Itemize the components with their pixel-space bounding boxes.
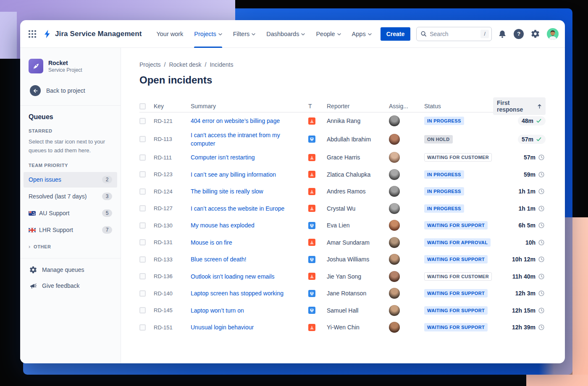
assignee-avatar[interactable] [389, 220, 400, 231]
row-summary-link[interactable]: 404 error on website’s billing page [191, 117, 286, 125]
assignee-avatar[interactable] [389, 305, 400, 316]
give-feedback-button[interactable]: Give feedback [29, 282, 112, 290]
row-key: RD-140 [154, 290, 191, 297]
assignee-avatar[interactable] [389, 254, 400, 265]
response-time: 10h 12m [512, 256, 536, 263]
response-time: 10h [525, 239, 536, 246]
assignee-avatar[interactable] [389, 203, 400, 214]
sidebar-item-resolved-last-7-days[interactable]: Resolved (last 7 days) 3 [24, 189, 117, 204]
notifications-bell-icon[interactable] [498, 30, 507, 38]
assignee-avatar[interactable] [389, 169, 400, 180]
sidebar-item-other[interactable]: › OTHER [29, 244, 112, 250]
clock-icon [538, 188, 545, 195]
row-summary-link[interactable]: I can’t access the website in Europe [191, 204, 290, 213]
create-button[interactable]: Create [381, 27, 411, 41]
column-header-summary[interactable]: Summary [191, 103, 308, 110]
column-header-reporter[interactable]: Reporter [327, 103, 389, 110]
row-summary-link[interactable]: I can't access the intranet from my comp… [191, 131, 308, 148]
assignee-avatar[interactable] [389, 322, 400, 333]
select-all-checkbox[interactable] [139, 103, 146, 110]
manage-queues-button[interactable]: Manage queues [29, 266, 112, 274]
row-checkbox[interactable] [139, 273, 146, 279]
user-avatar[interactable] [547, 28, 559, 40]
megaphone-icon [29, 282, 37, 290]
assignee-avatar[interactable] [389, 271, 400, 282]
nav-item-people[interactable]: People [310, 20, 346, 48]
it-help-type-icon [308, 222, 315, 229]
row-checkbox[interactable] [139, 136, 146, 142]
breadcrumb-incidents[interactable]: Incidents [210, 61, 233, 68]
sidebar-item-open-issues[interactable]: Open issues 2 [24, 172, 117, 188]
column-header-type[interactable]: T [308, 103, 327, 110]
back-to-project-button[interactable]: Back to project [29, 85, 112, 96]
settings-gear-icon[interactable] [531, 29, 540, 38]
row-checkbox[interactable] [139, 239, 146, 245]
nav-item-apps[interactable]: Apps [346, 20, 377, 48]
row-reporter: Andres Ramos [327, 188, 389, 195]
row-key: RD-131 [154, 239, 191, 245]
assignee-avatar[interactable] [389, 186, 400, 197]
assignee-avatar[interactable] [389, 152, 400, 163]
app-switcher-icon[interactable] [29, 30, 36, 38]
it-help-type-icon [308, 256, 315, 263]
help-icon[interactable]: ? [514, 29, 524, 39]
assignee-avatar[interactable] [389, 134, 400, 145]
starred-section-label: STARRED [29, 128, 112, 133]
row-checkbox[interactable] [139, 256, 146, 263]
assignee-avatar[interactable] [389, 237, 400, 248]
row-summary-link[interactable]: Laptop won’t turn on [191, 306, 250, 315]
row-summary-link[interactable]: Computer isn’t restarting [191, 153, 261, 162]
project-header[interactable]: Rocket Service Project [29, 59, 112, 73]
response-pill: 10h [525, 238, 546, 247]
column-header-assignee[interactable]: Assig... [389, 103, 424, 110]
table-row: RD-111 Computer isn’t restarting Grace H… [139, 149, 546, 166]
row-reporter: Jie Yan Song [327, 273, 389, 280]
breadcrumb-rocket-desk[interactable]: Rocket desk [169, 61, 201, 68]
queue-item-label: AU Support [39, 210, 69, 216]
chevron-down-icon [368, 33, 372, 36]
row-summary-link[interactable]: My mouse has exploded [191, 221, 260, 230]
nav-item-filters[interactable]: Filters [228, 20, 261, 48]
column-header-status[interactable]: Status [424, 103, 493, 110]
row-summary-link[interactable]: Unusual login behaviour [191, 323, 260, 331]
search-box[interactable]: / [416, 27, 492, 41]
search-input[interactable] [430, 31, 478, 37]
incident-type-icon [308, 239, 315, 246]
sidebar-item-au-support[interactable]: AU Support 5 [24, 206, 117, 221]
row-summary-link[interactable]: Blue screen of death! [191, 255, 252, 263]
row-checkbox[interactable] [139, 290, 146, 297]
row-checkbox[interactable] [139, 118, 146, 124]
row-checkbox[interactable] [139, 171, 146, 177]
column-header-key[interactable]: Key [154, 103, 191, 110]
other-section-label: OTHER [34, 244, 51, 249]
nav-item-your-work[interactable]: Your work [151, 20, 189, 48]
jira-logo[interactable]: Jira Service Management [43, 29, 142, 39]
response-time: 48m [522, 117, 533, 124]
row-checkbox[interactable] [139, 307, 146, 313]
row-summary-link[interactable]: I can’t see any billing information [191, 170, 282, 179]
row-checkbox[interactable] [139, 205, 146, 211]
column-header-first-response[interactable]: First response [493, 97, 546, 115]
table-row: RD-113 I can't access the intranet from … [139, 130, 546, 149]
status-badge: IN PROGRESS [424, 117, 464, 125]
row-checkbox[interactable] [139, 188, 146, 195]
row-key: RD-124 [154, 188, 191, 195]
row-checkbox[interactable] [139, 154, 146, 161]
row-summary-link[interactable]: The billing site is really slow [191, 187, 269, 196]
row-reporter: Grace Harris [327, 154, 389, 161]
nav-item-projects[interactable]: Projects [189, 20, 227, 48]
sidebar-item-lhr-support[interactable]: LHR Support 7 [24, 222, 117, 238]
manage-queues-gear-icon [29, 266, 37, 274]
chevron-down-icon [301, 33, 305, 36]
row-summary-link[interactable]: Outlook isn't loading new emails [191, 272, 281, 281]
breadcrumb-projects[interactable]: Projects [139, 61, 161, 68]
incident-cone-glyph [310, 119, 314, 123]
row-reporter: Joshua Williams [327, 256, 389, 263]
assignee-avatar[interactable] [389, 115, 400, 126]
nav-item-dashboards[interactable]: Dashboards [261, 20, 310, 48]
row-checkbox[interactable] [139, 222, 146, 229]
row-checkbox[interactable] [139, 324, 146, 331]
row-summary-link[interactable]: Mouse is on fire [191, 238, 238, 247]
assignee-avatar[interactable] [389, 288, 400, 299]
row-summary-link[interactable]: Laptop screen has stopped working [191, 289, 289, 297]
